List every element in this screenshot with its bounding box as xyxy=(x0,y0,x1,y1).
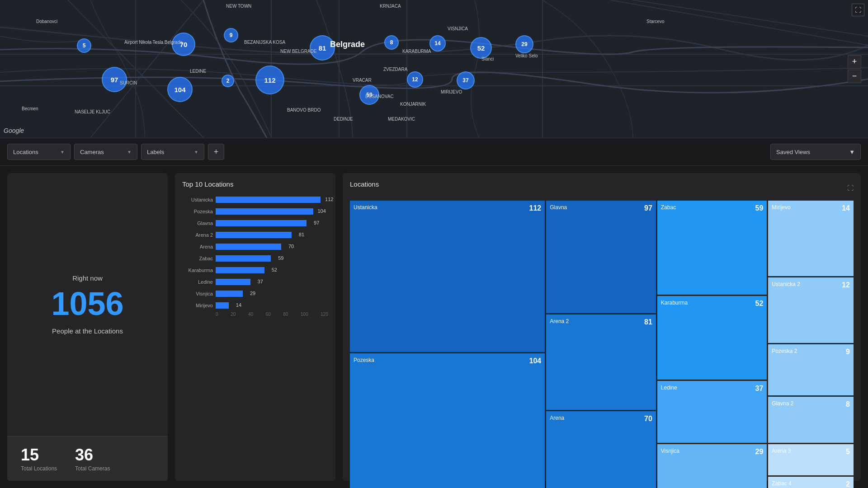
map-fullscreen-button[interactable]: ⛶ xyxy=(852,4,864,16)
bar-fill[interactable]: 59 xyxy=(216,255,271,262)
treemap-cell-name: Visnjica xyxy=(661,448,679,454)
treemap-cell[interactable]: Ustanicka112 xyxy=(350,201,545,352)
bar-value: 59 xyxy=(278,255,283,261)
map-roads xyxy=(0,0,868,138)
bar-fill[interactable]: 37 xyxy=(216,279,250,285)
map-cluster-c14[interactable]: 37 xyxy=(457,71,475,89)
bar-fill[interactable]: 14 xyxy=(216,302,229,309)
map-cluster-c10[interactable]: 14 xyxy=(429,35,446,52)
treemap-cell-value: 112 xyxy=(529,204,542,212)
bar-label: Mirijevo xyxy=(182,303,213,308)
treemap-cell-name: Glavna xyxy=(550,204,567,211)
treemap-cell-name: Mirijevo xyxy=(772,204,790,211)
treemap-cell-name: Pozeska 2 xyxy=(772,348,797,354)
treemap-cell-name: Karaburma xyxy=(661,300,688,306)
map-section: 5709971042112818145229123759 NEW TOWNKRN… xyxy=(0,0,868,138)
bar-container: 97 xyxy=(216,220,328,226)
bar-container: 29 xyxy=(216,291,328,297)
treemap-cell-value: 97 xyxy=(644,204,652,212)
bar-value: 112 xyxy=(325,197,333,202)
toolbar: Locations ▼ Cameras ▼ Labels ▼ + Saved V… xyxy=(0,138,868,166)
map-cluster-c7[interactable]: 112 xyxy=(255,66,284,94)
saved-views-dropdown[interactable]: Saved Views ▼ xyxy=(770,144,861,160)
map-cluster-c2[interactable]: 70 xyxy=(172,33,195,56)
treemap-cell[interactable]: Glavna97 xyxy=(546,201,656,313)
treemap-cell[interactable]: Arena70 xyxy=(546,411,656,488)
treemap-cell[interactable]: Zabac59 xyxy=(657,201,767,295)
map-cluster-c5[interactable]: 104 xyxy=(167,77,193,102)
treemap-header: Locations ⛶ xyxy=(350,180,854,195)
map-cluster-c9[interactable]: 8 xyxy=(384,35,399,50)
treemap-cell[interactable]: Zabac 42 xyxy=(768,477,854,488)
bar-container: 112 xyxy=(216,197,328,203)
bar-chart: Ustanicka112Pozeska104Glavna97Arena 281A… xyxy=(182,195,328,310)
bar-fill[interactable]: 70 xyxy=(216,244,281,250)
treemap-cell[interactable]: Pozeska104 xyxy=(350,353,545,488)
treemap-cell-name: Arena xyxy=(550,415,564,421)
bar-fill[interactable]: 97 xyxy=(216,220,307,226)
treemap-cell-name: Ustanicka xyxy=(354,204,377,211)
bar-value: 70 xyxy=(288,244,294,249)
map-cluster-c13[interactable]: 12 xyxy=(407,71,423,88)
map-cluster-c1[interactable]: 5 xyxy=(77,38,91,53)
bar-fill[interactable]: 104 xyxy=(216,208,313,215)
treemap-cell-value: 52 xyxy=(755,300,764,308)
bar-label: Zabac xyxy=(182,256,213,261)
labels-label: Labels xyxy=(147,149,164,155)
bar-row: Ustanicka112 xyxy=(182,195,328,204)
treemap-fullscreen-button[interactable]: ⛶ xyxy=(847,184,854,192)
bar-fill[interactable]: 112 xyxy=(216,197,321,203)
bar-fill[interactable]: 81 xyxy=(216,232,292,238)
treemap-cell[interactable]: Pozeska 29 xyxy=(768,344,854,395)
bar-fill[interactable]: 29 xyxy=(216,291,243,297)
treemap-cell[interactable]: Karaburma52 xyxy=(657,296,767,380)
stats-top: Right now 1056 People at the Locations xyxy=(7,173,168,436)
right-now-label: Right now xyxy=(72,274,103,282)
treemap-cell-name: Pozeska xyxy=(354,357,374,363)
treemap-cell-name: Arena 3 xyxy=(772,448,791,454)
treemap-panel: Locations ⛶ Ustanicka112Pozeska104Glavna… xyxy=(343,173,861,481)
treemap-col2: Glavna97Arena 281Arena70 xyxy=(546,201,656,488)
map-cluster-c8[interactable]: 81 xyxy=(310,35,335,61)
treemap-cell[interactable]: Arena 35 xyxy=(768,444,854,476)
treemap-cell[interactable]: Ustanicka 212 xyxy=(768,277,854,343)
map-cluster-c11[interactable]: 52 xyxy=(470,37,492,59)
zoom-out-button[interactable]: − xyxy=(848,70,861,83)
map-cluster-c4[interactable]: 97 xyxy=(102,67,127,92)
bar-container: 81 xyxy=(216,232,328,238)
treemap-cell[interactable]: Mirijevo14 xyxy=(768,201,854,276)
treemap-cell[interactable]: Arena 281 xyxy=(546,314,656,409)
bar-label: Arena 2 xyxy=(182,232,213,238)
map-cluster-c6[interactable]: 2 xyxy=(222,75,234,87)
zoom-in-button[interactable]: + xyxy=(848,55,861,69)
chart-panel: Top 10 Locations Ustanicka112Pozeska104G… xyxy=(175,173,335,481)
locations-label: Locations xyxy=(13,149,38,155)
total-locations-count: 15 xyxy=(21,446,57,465)
treemap-cell[interactable]: Glavna 28 xyxy=(768,397,854,443)
google-logo: Google xyxy=(4,127,24,134)
cameras-dropdown[interactable]: Cameras ▼ xyxy=(74,144,137,160)
treemap-cell-value: 104 xyxy=(529,357,542,365)
bar-container: 52 xyxy=(216,267,328,273)
bar-fill[interactable]: 52 xyxy=(216,267,264,273)
map-cluster-c3[interactable]: 9 xyxy=(224,28,238,42)
add-filter-button[interactable]: + xyxy=(208,144,224,160)
bar-row: Karaburma52 xyxy=(182,266,328,275)
map-cluster-c12[interactable]: 29 xyxy=(515,35,533,53)
treemap-cell-name: Zabac 4 xyxy=(772,480,791,487)
bar-row: Glavna97 xyxy=(182,219,328,228)
bar-container: 14 xyxy=(216,302,328,309)
labels-dropdown[interactable]: Labels ▼ xyxy=(141,144,204,160)
treemap-cell[interactable]: Ledine37 xyxy=(657,381,767,443)
bar-label: Karaburma xyxy=(182,267,213,273)
bar-label: Ledine xyxy=(182,279,213,285)
locations-dropdown[interactable]: Locations ▼ xyxy=(7,144,71,160)
treemap-cell-value: 14 xyxy=(842,204,850,212)
map-cluster-c15[interactable]: 59 xyxy=(359,85,379,105)
cameras-label: Cameras xyxy=(80,149,104,155)
treemap-cell[interactable]: Visnjica29 xyxy=(657,444,767,488)
bar-value: 104 xyxy=(317,208,326,214)
bar-label: Arena xyxy=(182,244,213,249)
bar-row: Visnjica29 xyxy=(182,289,328,298)
locations-chevron-icon: ▼ xyxy=(60,150,65,155)
